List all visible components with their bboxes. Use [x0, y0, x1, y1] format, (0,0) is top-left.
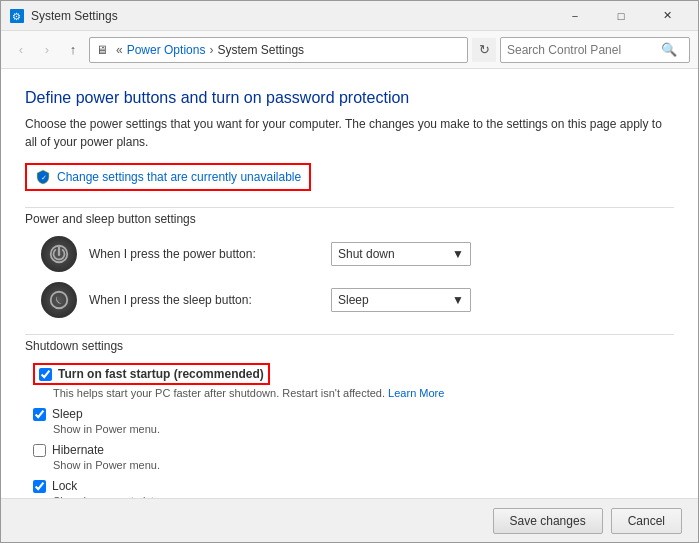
fast-startup-highlight-box: Turn on fast startup (recommended): [33, 363, 270, 385]
change-settings-link[interactable]: ✓ Change settings that are currently una…: [25, 163, 311, 191]
sleep-button-row: When I press the sleep button: Sleep ▼: [41, 282, 674, 318]
power-svg: [48, 243, 70, 265]
address-path: 🖥 « Power Options › System Settings: [89, 37, 468, 63]
page-heading: Define power buttons and turn on passwor…: [25, 89, 674, 107]
forward-button[interactable]: ›: [35, 38, 59, 62]
sleep-button-icon: [41, 282, 77, 318]
sleep-dropdown-arrow: ▼: [452, 293, 464, 307]
sleep-row: Sleep: [33, 407, 674, 421]
breadcrumb-power-options[interactable]: Power Options: [127, 43, 206, 57]
power-button-value: Shut down: [338, 247, 395, 261]
power-button-label: When I press the power button:: [89, 247, 319, 261]
system-settings-window: ⚙ System Settings − □ ✕ ‹ › ↑ 🖥 « Power …: [0, 0, 699, 543]
lock-label: Lock: [52, 479, 77, 493]
checkbox-group: Turn on fast startup (recommended) This …: [33, 363, 674, 498]
sleep-item: Sleep Show in Power menu.: [33, 407, 674, 435]
search-icon: 🔍: [661, 42, 677, 57]
hibernate-checkbox[interactable]: [33, 444, 46, 457]
window-icon: ⚙: [9, 8, 25, 24]
lock-row: Lock: [33, 479, 674, 493]
breadcrumb-current: System Settings: [217, 43, 304, 57]
power-button-row: When I press the power button: Shut down…: [41, 236, 674, 272]
svg-text:✓: ✓: [41, 174, 47, 181]
hibernate-subtext: Show in Power menu.: [53, 459, 674, 471]
fast-startup-row: Turn on fast startup (recommended): [33, 363, 674, 385]
search-input[interactable]: [501, 43, 661, 57]
refresh-button[interactable]: ↻: [472, 38, 496, 62]
hibernate-row: Hibernate: [33, 443, 674, 457]
shutdown-section: Shutdown settings Turn on fast startup (…: [25, 334, 674, 498]
hibernate-item: Hibernate Show in Power menu.: [33, 443, 674, 471]
learn-more-link[interactable]: Learn More: [388, 387, 444, 399]
sleep-svg: [48, 289, 70, 311]
sleep-button-dropdown[interactable]: Sleep ▼: [331, 288, 471, 312]
address-bar: ‹ › ↑ 🖥 « Power Options › System Setting…: [1, 31, 698, 69]
sleep-checkbox[interactable]: [33, 408, 46, 421]
back-button[interactable]: ‹: [9, 38, 33, 62]
shield-icon: ✓: [35, 169, 51, 185]
maximize-button[interactable]: □: [598, 1, 644, 31]
fast-startup-subtext-text: This helps start your PC faster after sh…: [53, 387, 385, 399]
footer: Save changes Cancel: [1, 498, 698, 542]
sleep-button-value: Sleep: [338, 293, 369, 307]
sleep-button-label: When I press the sleep button:: [89, 293, 319, 307]
hibernate-label: Hibernate: [52, 443, 104, 457]
sleep-subtext: Show in Power menu.: [53, 423, 674, 435]
lock-checkbox[interactable]: [33, 480, 46, 493]
svg-text:⚙: ⚙: [12, 11, 21, 22]
save-changes-button[interactable]: Save changes: [493, 508, 603, 534]
title-bar: ⚙ System Settings − □ ✕: [1, 1, 698, 31]
window-controls: − □ ✕: [552, 1, 690, 31]
up-button[interactable]: ↑: [61, 38, 85, 62]
shutdown-section-title: Shutdown settings: [25, 334, 674, 353]
fast-startup-label: Turn on fast startup (recommended): [58, 367, 264, 381]
change-settings-text: Change settings that are currently unava…: [57, 170, 301, 184]
fast-startup-subtext: This helps start your PC faster after sh…: [53, 387, 674, 399]
power-dropdown-arrow: ▼: [452, 247, 464, 261]
svg-point-5: [51, 292, 68, 309]
power-button-dropdown[interactable]: Shut down ▼: [331, 242, 471, 266]
lock-item: Lock Show in account picture menu.: [33, 479, 674, 498]
fast-startup-checkbox[interactable]: [39, 368, 52, 381]
page-description: Choose the power settings that you want …: [25, 115, 674, 151]
power-button-icon: [41, 236, 77, 272]
cancel-button[interactable]: Cancel: [611, 508, 682, 534]
button-settings: When I press the power button: Shut down…: [41, 236, 674, 318]
power-section-title: Power and sleep button settings: [25, 207, 674, 226]
close-button[interactable]: ✕: [644, 1, 690, 31]
content-area: Define power buttons and turn on passwor…: [1, 69, 698, 498]
nav-buttons: ‹ › ↑: [9, 38, 85, 62]
window-title: System Settings: [31, 9, 552, 23]
minimize-button[interactable]: −: [552, 1, 598, 31]
search-box: 🔍: [500, 37, 690, 63]
fast-startup-item: Turn on fast startup (recommended) This …: [33, 363, 674, 399]
sleep-label: Sleep: [52, 407, 83, 421]
